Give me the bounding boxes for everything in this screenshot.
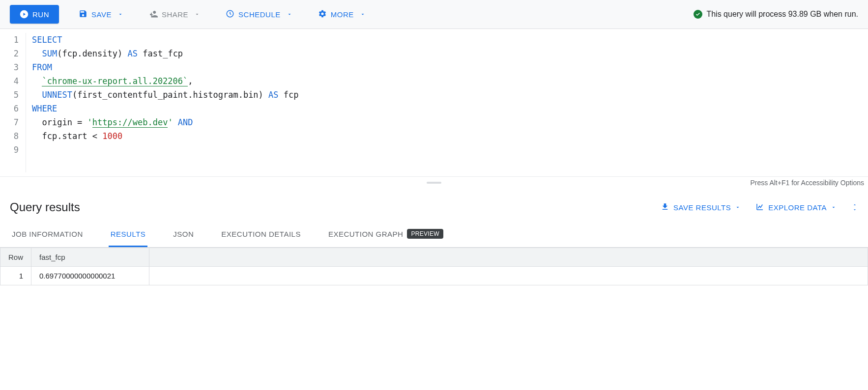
tab-job-information[interactable]: JOB INFORMATION [10,222,85,247]
more-button[interactable]: MORE [312,5,372,24]
tab-execution-details[interactable]: EXECUTION DETAILS [219,222,303,247]
run-button[interactable]: RUN [10,5,59,24]
check-circle-icon [694,10,702,19]
chevron-down-icon [831,203,837,212]
tab-results[interactable]: RESULTS [109,222,148,247]
table-header-row: Row fast_fcp [0,248,868,267]
play-icon [20,10,29,19]
query-toolbar: RUN SAVE SHARE SCHEDULE MORE [0,0,868,29]
download-icon [661,202,669,213]
sql-editor[interactable]: 123456789 SELECT SUM(fcp.density) AS fas… [0,29,868,176]
header-fast-fcp: fast_fcp [31,248,149,267]
tab-execution-graph[interactable]: EXECUTION GRAPH PREVIEW [326,222,445,247]
chevron-down-icon [117,10,123,19]
expand-collapse-button[interactable] [851,202,858,212]
save-results-button[interactable]: SAVE RESULTS [661,202,741,213]
line-gutter: 123456789 [0,33,26,172]
results-header: Query results SAVE RESULTS EXPLORE DATA [0,189,868,222]
save-label: SAVE [91,10,112,19]
explore-data-button[interactable]: EXPLORE DATA [755,202,837,213]
schedule-label: SCHEDULE [238,10,281,19]
status-text: This query will process 93.89 GB when ru… [706,10,858,19]
results-tabs: JOB INFORMATION RESULTS JSON EXECUTION D… [0,222,868,248]
drag-handle[interactable] [427,182,441,184]
chevron-down-icon [194,10,200,19]
share-icon [149,9,158,20]
run-label: RUN [32,10,49,19]
preview-badge: PREVIEW [407,229,443,239]
code-content[interactable]: SELECT SUM(fcp.density) AS fast_fcp FROM… [26,33,868,172]
header-row: Row [0,248,31,267]
gear-icon [318,9,327,20]
results-title: Query results [10,200,646,214]
share-button[interactable]: SHARE [143,5,206,24]
header-empty [149,248,868,267]
schedule-icon [226,9,234,20]
chart-icon [755,202,764,213]
schedule-button[interactable]: SCHEDULE [220,5,298,24]
chevron-down-icon [360,10,366,19]
tab-json[interactable]: JSON [171,222,196,247]
chevron-down-icon [735,203,741,212]
table-row[interactable]: 1 0.69770000000000021 [0,267,868,285]
more-label: MORE [331,10,354,19]
editor-hint-bar: Press Alt+F1 for Accessibility Options [0,176,868,189]
chevron-down-icon [287,10,292,19]
save-icon [79,9,87,20]
accessibility-hint: Press Alt+F1 for Accessibility Options [441,179,864,187]
query-status: This query will process 93.89 GB when ru… [694,10,858,19]
share-label: SHARE [162,10,188,19]
results-table: Row fast_fcp 1 0.69770000000000021 [0,248,868,285]
save-button[interactable]: SAVE [73,5,129,24]
